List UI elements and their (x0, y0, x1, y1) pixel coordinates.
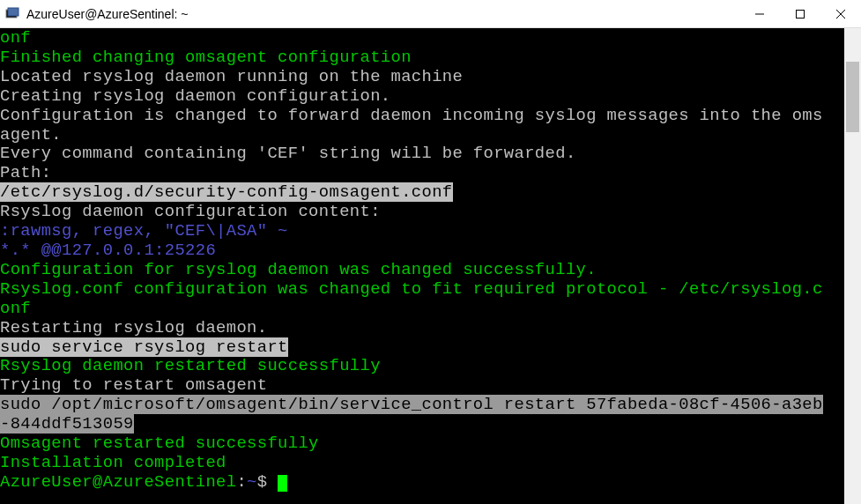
terminal-line: agent. (0, 126, 844, 145)
terminal-container: onfFinished changing omsagent configurat… (0, 28, 861, 504)
window-titlebar: AzureUser@AzureSentinel: ~ (0, 0, 861, 28)
window-controls (739, 0, 861, 27)
close-button[interactable] (820, 0, 861, 27)
minimize-button[interactable] (739, 0, 780, 27)
terminal-prompt[interactable]: AzureUser@AzureSentinel:~$ (0, 473, 844, 493)
terminal-line: Located rsyslog daemon running on the ma… (0, 68, 844, 87)
terminal-line: Rsyslog daemon configuration content: (0, 203, 844, 222)
terminal-line: sudo service rsyslog restart (0, 338, 844, 358)
scrollbar-track[interactable] (844, 28, 861, 504)
terminal[interactable]: onfFinished changing omsagent configurat… (0, 28, 844, 504)
terminal-line: onf (0, 300, 844, 319)
terminal-line: Rsyslog daemon restarted successfully (0, 357, 844, 376)
terminal-line: Creating rsyslog daemon configuration. (0, 87, 844, 107)
cursor (278, 475, 287, 492)
terminal-line: -844ddf513059 (0, 415, 844, 434)
terminal-line: /etc/rsyslog.d/security-config-omsagent.… (0, 183, 844, 203)
terminal-line: Path: (0, 164, 844, 183)
terminal-line: Trying to restart omsagent (0, 376, 844, 396)
app-icon (4, 5, 21, 23)
terminal-line: :rawmsg, regex, "CEF\|ASA" ~ (0, 222, 844, 241)
svg-rect-3 (797, 10, 805, 18)
window-title: AzureUser@AzureSentinel: ~ (26, 7, 739, 21)
svg-rect-1 (8, 8, 19, 16)
terminal-line: Configuration for rsyslog daemon was cha… (0, 261, 844, 280)
terminal-line: Every command containing 'CEF' string wi… (0, 145, 844, 164)
terminal-line: Restarting rsyslog daemon. (0, 319, 844, 338)
terminal-line: onf (0, 29, 844, 48)
terminal-line: Installation completed (0, 454, 844, 473)
scrollbar-thumb[interactable] (846, 62, 859, 132)
terminal-line: Finished changing omsagent configuration (0, 48, 844, 68)
terminal-line: sudo /opt/microsoft/omsagent/bin/service… (0, 396, 844, 415)
maximize-button[interactable] (780, 0, 820, 27)
terminal-line: Rsyslog.conf configuration was changed t… (0, 280, 844, 300)
terminal-line: Configuration is changed to forward daem… (0, 107, 844, 126)
terminal-line: Omsagent restarted successfully (0, 434, 844, 454)
terminal-line: *.* @@127.0.0.1:25226 (0, 241, 844, 261)
